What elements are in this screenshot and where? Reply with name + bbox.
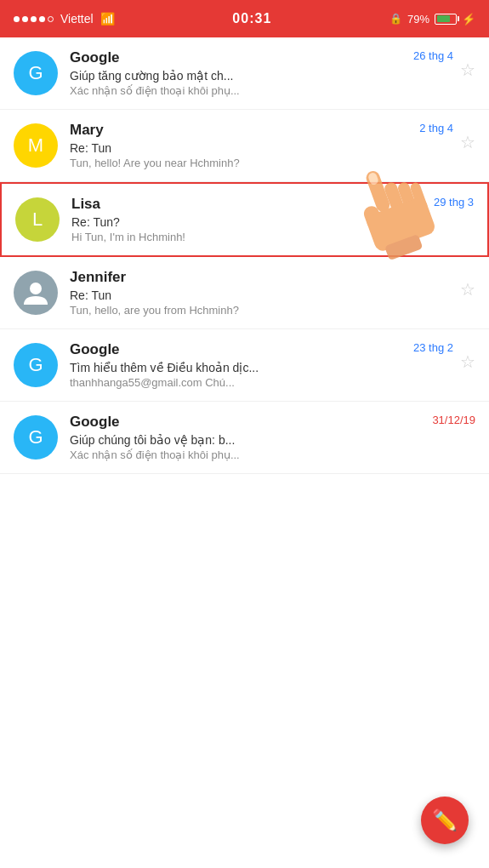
carrier-label: Viettel <box>60 12 94 26</box>
signal-dot-2 <box>22 16 28 22</box>
signal-dot-3 <box>31 16 37 22</box>
email-content: Mary2 thg 4Re: TunTun, hello! Are you ne… <box>70 122 453 169</box>
status-time: 00:31 <box>232 11 271 26</box>
email-item[interactable]: GGoogle23 thg 2Tìm hiểu thêm về Điều kho… <box>0 329 489 402</box>
email-date: 2 thg 4 <box>419 122 453 134</box>
email-subject: Tìm hiểu thêm về Điều khoản dịc... <box>70 361 453 374</box>
email-content: JenniferRe: TunTun, hello, are you from … <box>70 269 453 317</box>
email-date: 26 thg 4 <box>413 49 453 62</box>
email-header: Mary2 thg 4 <box>70 122 453 139</box>
battery-icon <box>435 14 457 25</box>
email-preview: Xác nhận số điện thoại khôi phụ... <box>70 84 393 97</box>
status-bar: Viettel 📶 00:31 🔒 79% ⚡ <box>0 0 489 37</box>
email-item[interactable]: LLisa29 thg 3Re: Tun?Hi Tun, I'm in Hchm… <box>0 182 489 257</box>
email-content: Google23 thg 2Tìm hiểu thêm về Điều khoả… <box>70 341 453 389</box>
email-preview: thanhhanga55@gmail.com Chú... <box>70 376 393 389</box>
avatar: M <box>14 123 58 168</box>
email-preview: Xác nhận số điện thoại khôi phụ... <box>70 448 393 461</box>
star-icon[interactable]: ☆ <box>460 132 475 152</box>
email-item[interactable]: JenniferRe: TunTun, hello, are you from … <box>0 257 489 329</box>
battery-percent: 79% <box>407 13 429 26</box>
email-preview: Hi Tun, I'm in Hchminh! <box>71 231 395 243</box>
avatar <box>14 271 58 315</box>
sender-name: Mary <box>70 122 104 139</box>
email-header: Google26 thg 4 <box>70 49 453 66</box>
sender-name: Google <box>70 414 120 431</box>
star-icon[interactable]: ☆ <box>460 279 475 300</box>
email-date: 31/12/19 <box>432 414 475 426</box>
email-preview: Tun, hello! Are you near Hchminh? <box>70 157 393 169</box>
star-icon[interactable]: ☆ <box>460 60 475 80</box>
email-date: 23 thg 2 <box>413 341 453 354</box>
sender-name: Google <box>70 49 120 66</box>
status-right: 🔒 79% ⚡ <box>389 13 475 26</box>
email-header: Jennifer <box>70 269 453 286</box>
email-subject: Re: Tun <box>70 141 453 155</box>
battery-fill <box>437 15 451 22</box>
star-icon[interactable]: ☆ <box>460 351 475 372</box>
email-subject: Re: Tun <box>70 288 453 302</box>
email-header: Lisa29 thg 3 <box>71 196 474 213</box>
avatar: G <box>14 415 58 460</box>
avatar: G <box>14 51 58 95</box>
avatar: L <box>15 197 60 242</box>
signal-dots <box>14 16 54 22</box>
email-subject: Giúp chúng tôi bảo vệ bạn: b... <box>70 433 475 447</box>
lightning-icon: ⚡ <box>462 13 475 26</box>
email-subject: Re: Tun? <box>71 215 474 229</box>
svg-point-8 <box>30 283 42 294</box>
email-subject: Giúp tăng cường bảo mật ch... <box>70 69 453 83</box>
status-left: Viettel 📶 <box>14 12 115 26</box>
email-content: Google26 thg 4Giúp tăng cường bảo mật ch… <box>70 49 453 97</box>
sender-name: Lisa <box>71 196 100 213</box>
wifi-icon: 📶 <box>100 12 115 26</box>
compose-icon: ✏️ <box>432 808 458 832</box>
compose-button[interactable]: ✏️ <box>421 797 469 844</box>
email-item[interactable]: MMary2 thg 4Re: TunTun, hello! Are you n… <box>0 110 489 182</box>
signal-dot-1 <box>14 16 20 22</box>
avatar: G <box>14 343 58 387</box>
email-content: Lisa29 thg 3Re: Tun?Hi Tun, I'm in Hchmi… <box>71 196 474 243</box>
email-header: Google23 thg 2 <box>70 341 453 358</box>
email-content: Google31/12/19Giúp chúng tôi bảo vệ bạn:… <box>70 414 475 461</box>
sender-name: Jennifer <box>70 269 126 286</box>
email-item[interactable]: GGoogle26 thg 4Giúp tăng cường bảo mật c… <box>0 37 489 110</box>
lock-icon: 🔒 <box>389 13 402 25</box>
email-date: 29 thg 3 <box>434 196 474 208</box>
email-list: GGoogle26 thg 4Giúp tăng cường bảo mật c… <box>0 37 489 474</box>
signal-dot-5 <box>48 16 54 22</box>
sender-name: Google <box>70 341 120 358</box>
email-item[interactable]: GGoogle31/12/19Giúp chúng tôi bảo vệ bạn… <box>0 402 489 474</box>
email-preview: Tun, hello, are you from Hchminh? <box>70 304 393 317</box>
email-header: Google31/12/19 <box>70 414 475 431</box>
signal-dot-4 <box>39 16 45 22</box>
